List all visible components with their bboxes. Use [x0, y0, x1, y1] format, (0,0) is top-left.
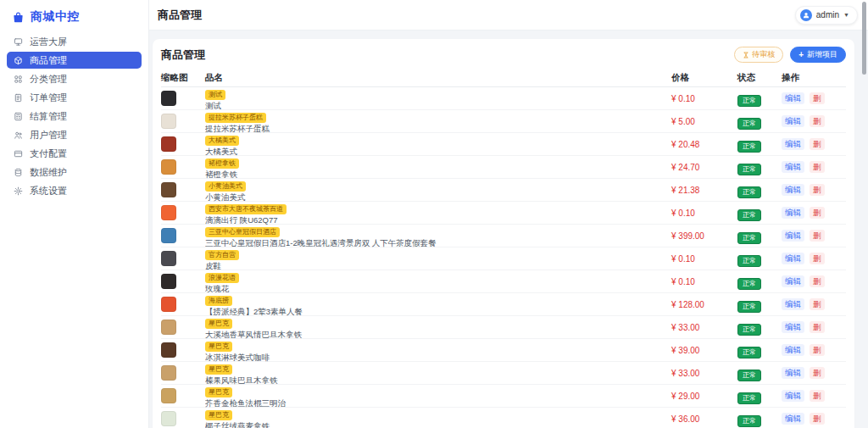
product-thumbnail — [161, 342, 176, 358]
edit-button[interactable]: 编辑 — [782, 344, 804, 356]
product-badge: 官方自营 — [205, 250, 239, 260]
users-icon — [14, 131, 23, 140]
column-header: 价格 — [671, 72, 737, 84]
product-badge: 测试 — [205, 90, 225, 100]
product-panel: 商品管理 待审核 + 新增项目 缩略图品名价格状态操作 测试 — [153, 39, 854, 428]
edit-button[interactable]: 编辑 — [782, 367, 804, 379]
delete-button[interactable]: 删 — [810, 92, 825, 104]
status-badge: 正常 — [737, 255, 761, 267]
product-price: ¥ 21.38 — [671, 186, 737, 195]
sidebar-item-payment[interactable]: 支付配置 — [7, 145, 142, 162]
edit-button[interactable]: 编辑 — [782, 253, 804, 264]
table-row: 提拉米苏杯子蛋糕提拉米苏杯子蛋糕¥ 5.00正常编辑删 — [161, 110, 846, 133]
sidebar-item-database[interactable]: 数据维护 — [7, 164, 142, 181]
sidebar-item-label: 支付配置 — [30, 147, 67, 160]
product-thumbnail — [161, 297, 176, 312]
edit-button[interactable]: 编辑 — [782, 321, 804, 333]
main-area: 商品管理 admin ▼ 商品管理 待审核 — [149, 0, 868, 428]
edit-button[interactable]: 编辑 — [782, 161, 804, 173]
product-price: ¥ 0.10 — [671, 277, 737, 286]
order-icon — [14, 93, 23, 103]
status-badge: 正常 — [737, 324, 761, 336]
edit-button[interactable]: 编辑 — [782, 390, 804, 402]
product-thumbnail — [161, 114, 176, 129]
sidebar-item-label: 数据维护 — [30, 166, 67, 179]
delete-button[interactable]: 删 — [810, 367, 825, 379]
product-table-body: 测试测试¥ 0.10正常编辑删提拉米苏杯子蛋糕提拉米苏杯子蛋糕¥ 5.00正常编… — [161, 87, 846, 428]
edit-button[interactable]: 编辑 — [782, 230, 804, 242]
settlement-icon — [14, 112, 23, 121]
delete-button[interactable]: 删 — [810, 390, 825, 402]
edit-button[interactable]: 编辑 — [782, 184, 804, 196]
product-price: ¥ 399.00 — [671, 231, 737, 241]
product-badge: 星巴克 — [205, 319, 232, 329]
product-table: 缩略图品名价格状态操作 测试测试¥ 0.10正常编辑删提拉米苏杯子蛋糕提拉米苏杯… — [161, 69, 846, 428]
user-menu-button[interactable]: admin ▼ — [795, 6, 858, 25]
status-badge: 正常 — [737, 301, 761, 313]
dashboard-icon — [14, 37, 23, 47]
shopping-bag-icon — [12, 11, 25, 24]
product-thumbnail — [161, 136, 176, 152]
delete-button[interactable]: 删 — [810, 161, 825, 173]
product-thumbnail — [161, 228, 176, 243]
table-row: 三亚中心皇冠假日酒店三亚中心皇冠假日酒店1-2晚皇冠礼遇湾景房双 人下午茶度假套… — [161, 225, 846, 247]
sidebar-item-product[interactable]: 商品管理 — [7, 52, 142, 69]
table-row: 大橘美式大橘美式¥ 20.48正常编辑删 — [161, 133, 846, 156]
table-row: 官方自营皮鞋¥ 0.10正常编辑删 — [161, 247, 846, 270]
table-row: 星巴克榛果风味巴旦木拿铁¥ 33.00正常编辑删 — [161, 362, 846, 385]
edit-button[interactable]: 编辑 — [782, 115, 804, 127]
sidebar-item-label: 运营大屏 — [30, 36, 67, 48]
product-badge: 西安市大唐不夜城茶百道 — [205, 204, 287, 214]
sidebar-item-settlement[interactable]: 结算管理 — [7, 108, 142, 125]
sidebar-item-dashboard[interactable]: 运营大屏 — [7, 33, 142, 50]
sidebar-item-settings[interactable]: 系统设置 — [7, 182, 142, 199]
edit-button[interactable]: 编辑 — [782, 92, 804, 104]
product-thumbnail — [161, 159, 176, 175]
delete-button[interactable]: 删 — [810, 253, 825, 264]
pending-review-button[interactable]: 待审核 — [734, 47, 783, 63]
table-row: 星巴克冰淇淋球美式咖啡¥ 39.00正常编辑删 — [161, 339, 846, 362]
product-price: ¥ 20.48 — [671, 140, 737, 149]
product-thumbnail — [161, 274, 176, 289]
edit-button[interactable]: 编辑 — [782, 275, 804, 287]
user-name: admin — [816, 10, 839, 19]
payment-icon — [14, 149, 23, 158]
product-thumbnail — [161, 251, 176, 266]
delete-button[interactable]: 删 — [810, 184, 825, 196]
delete-button[interactable]: 删 — [810, 275, 825, 287]
product-badge: 褚橙拿铁 — [205, 158, 239, 169]
category-icon — [14, 75, 23, 84]
user-avatar-icon — [800, 9, 812, 21]
sidebar-item-category[interactable]: 分类管理 — [7, 70, 142, 87]
edit-button[interactable]: 编辑 — [782, 298, 804, 310]
product-badge: 海底捞 — [205, 296, 232, 306]
product-price: ¥ 128.00 — [671, 300, 737, 309]
sidebar-item-users[interactable]: 用户管理 — [7, 126, 142, 143]
status-badge: 正常 — [737, 232, 761, 244]
edit-button[interactable]: 编辑 — [782, 413, 804, 425]
status-badge: 正常 — [737, 141, 761, 153]
delete-button[interactable]: 删 — [810, 321, 825, 333]
delete-button[interactable]: 删 — [810, 207, 825, 219]
status-badge: 正常 — [737, 209, 761, 221]
sidebar-item-label: 订单管理 — [30, 92, 67, 104]
product-price: ¥ 5.00 — [671, 117, 737, 126]
delete-button[interactable]: 删 — [810, 115, 825, 127]
edit-button[interactable]: 编辑 — [782, 207, 804, 219]
table-row: 测试测试¥ 0.10正常编辑删 — [161, 87, 846, 110]
settings-icon — [14, 186, 23, 196]
delete-button[interactable]: 删 — [810, 230, 825, 242]
product-badge: 星巴克 — [205, 364, 232, 375]
delete-button[interactable]: 删 — [810, 413, 825, 425]
column-header: 品名 — [205, 72, 671, 84]
table-row: 星巴克大溪地香草风情巴旦木拿铁¥ 33.00正常编辑删 — [161, 316, 846, 339]
vertical-scrollbar[interactable] — [862, 2, 866, 75]
status-badge: 正常 — [737, 118, 761, 130]
add-item-button[interactable]: + 新增项目 — [790, 47, 846, 63]
delete-button[interactable]: 删 — [810, 344, 825, 356]
delete-button[interactable]: 删 — [810, 138, 825, 150]
product-thumbnail — [161, 320, 176, 335]
delete-button[interactable]: 删 — [810, 298, 825, 310]
sidebar-item-order[interactable]: 订单管理 — [7, 89, 142, 106]
edit-button[interactable]: 编辑 — [782, 138, 804, 150]
